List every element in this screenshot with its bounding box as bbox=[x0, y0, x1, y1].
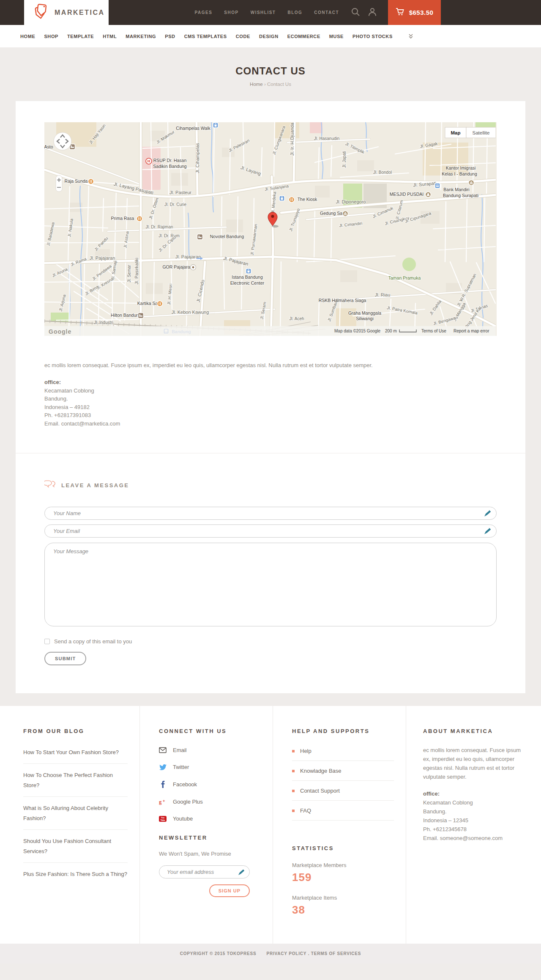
map-street-label: Jl. Ir. H.Djuanda bbox=[290, 122, 295, 156]
nav-photo-stocks[interactable]: PHOTO STOCKS bbox=[352, 34, 393, 39]
map-pan-control[interactable] bbox=[54, 132, 71, 150]
logo[interactable]: MARKETICA bbox=[24, 0, 109, 25]
help-link[interactable]: Help bbox=[292, 741, 394, 761]
statistics-heading: STATISTICS bbox=[292, 845, 394, 851]
map-poi-label: Asto bbox=[44, 144, 53, 149]
chat-bubbles-icon bbox=[44, 480, 56, 491]
blog-post-link[interactable]: What is So Alluring About Celebrity Fash… bbox=[23, 797, 128, 830]
cart-button[interactable]: $653.50 bbox=[388, 0, 441, 25]
terms-of-services-link[interactable]: TERMS OF SERVICES bbox=[311, 951, 361, 956]
map-poi-food-icon[interactable] bbox=[289, 197, 295, 203]
office-label: office: bbox=[44, 378, 497, 387]
social-link-email[interactable]: Email bbox=[159, 747, 261, 753]
top-nav-wishlist[interactable]: WISHLIST bbox=[251, 10, 276, 15]
map-poi-label: Bank Mandiri bbox=[443, 187, 469, 192]
stat-members-value: 159 bbox=[292, 871, 394, 884]
social-link-youtube[interactable]: You Tube Youtube bbox=[159, 815, 261, 822]
nav-html[interactable]: HTML bbox=[103, 34, 117, 39]
send-copy-checkbox[interactable] bbox=[44, 639, 50, 644]
name-input[interactable] bbox=[44, 507, 497, 520]
office-line: Kecamatan Coblong bbox=[44, 387, 497, 395]
map-poi-museum-icon[interactable] bbox=[343, 211, 348, 217]
google-logo: Google bbox=[49, 328, 71, 335]
map-street-label: Jl. Bondol bbox=[373, 170, 392, 175]
svg-text:Tube: Tube bbox=[161, 819, 165, 821]
nav-cms-templates[interactable]: CMS TEMPLATES bbox=[184, 34, 227, 39]
privacy-policy-link[interactable]: PRIVACY POLICY bbox=[267, 951, 307, 956]
help-heading: HELP AND SUPPORTS bbox=[292, 728, 394, 734]
satellite-button-label[interactable]: Satellite bbox=[473, 130, 490, 135]
map-type-control: Map Satellite bbox=[445, 127, 496, 138]
map-poi-museum-icon[interactable] bbox=[469, 180, 474, 186]
cart-total: $653.50 bbox=[409, 9, 434, 16]
map-poi-label: GOR Pajajaran bbox=[162, 264, 192, 269]
newsletter-email-input[interactable] bbox=[159, 865, 250, 878]
help-link[interactable]: FAQ bbox=[292, 801, 394, 821]
map-poi-mosque-icon[interactable] bbox=[426, 192, 431, 198]
blog-post-link[interactable]: Plus Size Fashion: Is There Such a Thing… bbox=[23, 863, 128, 885]
map-poi-hosp-icon[interactable]: H bbox=[146, 158, 152, 164]
report-map-error-link[interactable]: Report a map error bbox=[454, 329, 489, 333]
brand-name: MARKETICA bbox=[55, 9, 105, 16]
map-street-label: Jl. Aceh bbox=[289, 316, 304, 321]
map-poi-bank-icon[interactable] bbox=[435, 183, 440, 188]
nav-psd[interactable]: PSD bbox=[165, 34, 175, 39]
social-link-facebook[interactable]: Facebook bbox=[159, 781, 261, 788]
map-poi-label: The Kiosk bbox=[298, 197, 317, 202]
social-link-twitter[interactable]: Twitter bbox=[159, 764, 261, 770]
map-poi-mall-icon[interactable] bbox=[246, 269, 251, 274]
map-poi-label: Hilton Bandung bbox=[111, 313, 141, 318]
social-label: Twitter bbox=[173, 764, 189, 770]
map-poi-food-icon[interactable] bbox=[88, 179, 94, 184]
top-nav: PAGES SHOP WISHLIST BLOG CONTACT bbox=[195, 10, 339, 15]
google-map[interactable]: Jl. Haji YasinJl. MakmurJl. CihampelasJl… bbox=[44, 122, 497, 336]
map-button-label[interactable]: Map bbox=[451, 130, 461, 135]
blog-post-link[interactable]: Should You Use Fashion Consultant Servic… bbox=[23, 830, 128, 863]
top-nav-shop[interactable]: SHOP bbox=[224, 10, 238, 15]
map-street-label: Jl. Japati bbox=[342, 151, 347, 167]
nav-design[interactable]: DESIGN bbox=[259, 34, 279, 39]
office-label: office: bbox=[423, 789, 521, 798]
breadcrumb-home[interactable]: Home bbox=[250, 82, 263, 87]
nav-shop[interactable]: SHOP bbox=[44, 34, 58, 39]
nav-ecommerce[interactable]: ECOMMERCE bbox=[287, 34, 320, 39]
social-link-googleplus[interactable]: g + Google Plus bbox=[159, 799, 261, 805]
map-poi-food-icon[interactable] bbox=[157, 301, 163, 307]
submit-button[interactable]: SUBMIT bbox=[44, 652, 86, 665]
help-link[interactable]: Knowladge Base bbox=[292, 761, 394, 781]
message-textarea[interactable] bbox=[44, 543, 497, 626]
footer: FROM OUR BLOG How To Start Your Own Fash… bbox=[0, 706, 541, 944]
breadcrumb-separator: › bbox=[264, 82, 266, 87]
map-poi-hotel-icon[interactable] bbox=[138, 313, 144, 318]
stat-items-label: Marketplace Items bbox=[292, 895, 394, 901]
terms-of-use-link[interactable]: Terms of Use bbox=[421, 329, 446, 333]
nav-muse[interactable]: MUSE bbox=[329, 34, 344, 39]
top-nav-pages[interactable]: PAGES bbox=[195, 10, 213, 15]
nav-marketing[interactable]: MARKETING bbox=[126, 34, 156, 39]
map-poi-mall-icon[interactable] bbox=[279, 196, 284, 201]
blog-post-link[interactable]: How To Start Your Own Fashion Store? bbox=[23, 741, 128, 764]
office-line: Ph. +62817391083 bbox=[44, 411, 497, 420]
map-poi-hotel-icon[interactable] bbox=[197, 234, 203, 240]
map-poi-label: Kantor Imigrasi bbox=[446, 165, 476, 170]
nav-home[interactable]: HOME bbox=[20, 34, 35, 39]
map-zoom-control[interactable] bbox=[56, 176, 62, 192]
nav-code[interactable]: CODE bbox=[236, 34, 250, 39]
map-poi-mall-icon[interactable] bbox=[213, 123, 218, 128]
top-nav-contact[interactable]: CONTACT bbox=[314, 10, 339, 15]
contact-panel: Jl. Haji YasinJl. MakmurJl. CihampelasJl… bbox=[16, 101, 525, 693]
top-nav-blog[interactable]: BLOG bbox=[287, 10, 302, 15]
email-input[interactable] bbox=[44, 524, 497, 538]
user-account-icon[interactable] bbox=[368, 7, 377, 18]
map-street-label: Jl. Hasanudin bbox=[314, 136, 340, 141]
search-icon[interactable] bbox=[351, 7, 360, 18]
help-link[interactable]: Contact Support bbox=[292, 781, 394, 801]
signup-button[interactable]: SIGN UP bbox=[209, 884, 250, 897]
map-poi-food-icon[interactable] bbox=[137, 216, 142, 222]
map-poi-gor-icon[interactable] bbox=[191, 265, 196, 270]
nav-template[interactable]: TEMPLATE bbox=[67, 34, 94, 39]
more-categories-chevron-icon[interactable] bbox=[408, 33, 413, 39]
office-line: Bandung. bbox=[44, 395, 497, 403]
blog-post-link[interactable]: How To Choose The Perfect Fashion Store? bbox=[23, 764, 128, 797]
breadcrumb-current: Contact Us bbox=[267, 82, 291, 87]
